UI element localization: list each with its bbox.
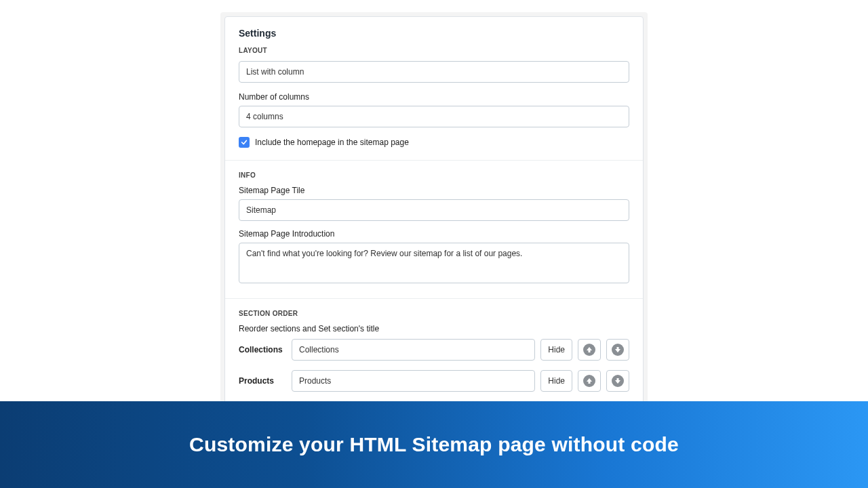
section-order-heading: SECTION ORDER [239, 310, 629, 317]
columns-select-wrap: 4 columns [239, 106, 629, 127]
section-row-label: Products [239, 376, 286, 386]
arrow-down-icon [612, 344, 624, 356]
sitemap-title-label: Sitemap Page Tile [239, 186, 629, 195]
include-homepage-label: Include the homepage in the sitemap page [255, 138, 409, 147]
move-up-button[interactable] [578, 339, 601, 361]
section-title-input[interactable] [292, 370, 535, 392]
arrow-down-icon [612, 375, 624, 387]
arrow-up-icon [583, 344, 595, 356]
hide-button[interactable]: Hide [540, 370, 572, 392]
promo-banner: Customize your HTML Sitemap page without… [0, 401, 868, 488]
sitemap-title-input[interactable] [239, 199, 629, 221]
include-homepage-checkbox[interactable] [239, 137, 250, 148]
section-order-helper: Reorder sections and Set section's title [239, 324, 629, 333]
section-title-input[interactable] [292, 339, 535, 361]
promo-banner-text: Customize your HTML Sitemap page without… [189, 433, 679, 456]
columns-label: Number of columns [239, 92, 629, 102]
sitemap-intro-label: Sitemap Page Introduction [239, 229, 629, 239]
section-row-input-wrap [292, 339, 535, 361]
move-down-button[interactable] [606, 339, 629, 361]
move-down-button[interactable] [606, 370, 629, 392]
move-up-button[interactable] [578, 370, 601, 392]
settings-panel: Settings LAYOUT List with column Number … [224, 16, 644, 467]
include-homepage-row: Include the homepage in the sitemap page [239, 137, 629, 148]
arrow-up-icon [583, 375, 595, 387]
info-heading: INFO [239, 171, 629, 179]
section-order-row: Products Hide [239, 370, 629, 392]
info-section: INFO Sitemap Page Tile Sitemap Page Intr… [225, 161, 643, 299]
section-order-row: Collections Hide [239, 339, 629, 361]
layout-select-wrap: List with column [239, 61, 629, 83]
settings-header-section: Settings LAYOUT List with column Number … [225, 17, 643, 161]
settings-title: Settings [239, 28, 629, 39]
section-row-label: Collections [239, 345, 286, 354]
hide-button[interactable]: Hide [540, 339, 572, 361]
section-row-input-wrap [292, 370, 535, 392]
sitemap-intro-textarea[interactable] [239, 243, 629, 283]
layout-heading: LAYOUT [239, 47, 629, 54]
layout-select[interactable]: List with column [239, 61, 629, 83]
columns-select[interactable]: 4 columns [239, 106, 629, 127]
